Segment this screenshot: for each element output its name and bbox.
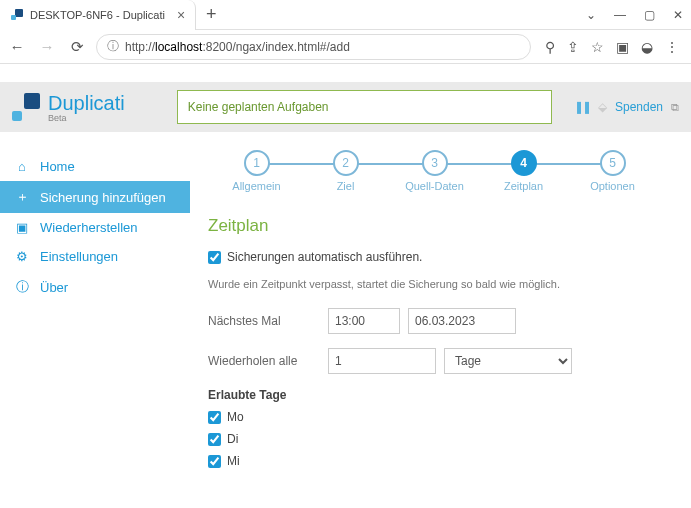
browser-titlebar: DESKTOP-6NF6 - Duplicati × + ⌄ — ▢ ✕: [0, 0, 691, 30]
app-header: Duplicati Beta Keine geplanten Aufgaben …: [0, 82, 691, 132]
step-schedule[interactable]: 4 Zeitplan: [479, 150, 568, 192]
external-link-icon[interactable]: ⧉: [671, 101, 679, 114]
step-label: Ziel: [337, 180, 355, 192]
step-source[interactable]: 3 Quell-Daten: [390, 150, 479, 192]
restore-icon: ▣: [14, 220, 30, 235]
wizard-stepper: 1 Allgemein 2 Ziel 3 Quell-Daten 4 Zeitp…: [208, 150, 661, 192]
repeat-value-input[interactable]: [328, 348, 436, 374]
day-mo[interactable]: Mo: [208, 410, 661, 424]
browser-toolbar: ← → ⟳ ⓘ http://localhost:8200/ngax/index…: [0, 30, 691, 64]
day-checkbox[interactable]: [208, 433, 221, 446]
home-icon: ⌂: [14, 159, 30, 174]
menu-icon[interactable]: ⋮: [665, 39, 679, 55]
gear-icon: ⚙: [14, 249, 30, 264]
new-tab-button[interactable]: +: [196, 4, 227, 25]
search-icon[interactable]: ⚲: [545, 39, 555, 55]
svg-rect-1: [11, 15, 16, 20]
status-message: Keine geplanten Aufgaben: [177, 90, 552, 124]
forward-button[interactable]: →: [36, 38, 58, 55]
url-text: http://localhost:8200/ngax/index.html#/a…: [125, 40, 520, 54]
auto-run-label: Sicherungen automatisch ausführen.: [227, 250, 422, 264]
extensions-icon[interactable]: ▣: [616, 39, 629, 55]
browser-tab[interactable]: DESKTOP-6NF6 - Duplicati ×: [0, 0, 196, 30]
sidebar-item-restore[interactable]: ▣ Wiederherstellen: [0, 213, 190, 242]
close-window-icon[interactable]: ✕: [673, 8, 683, 22]
day-checkbox[interactable]: [208, 455, 221, 468]
section-title: Zeitplan: [208, 216, 661, 236]
tab-title: DESKTOP-6NF6 - Duplicati: [30, 9, 165, 21]
minimize-icon[interactable]: —: [614, 8, 626, 22]
sidebar-item-settings[interactable]: ⚙ Einstellungen: [0, 242, 190, 271]
duplicati-favicon-icon: [10, 8, 24, 22]
sidebar-item-label: Home: [40, 159, 75, 174]
sidebar-item-label: Einstellungen: [40, 249, 118, 264]
bookmark-icon[interactable]: ☆: [591, 39, 604, 55]
sidebar-item-home[interactable]: ⌂ Home: [0, 152, 190, 181]
brand[interactable]: Duplicati Beta: [12, 92, 125, 123]
sidebar-item-label: Wiederherstellen: [40, 220, 138, 235]
brand-logo-icon: [12, 93, 40, 121]
sidebar-item-label: Sicherung hinzufügen: [40, 190, 166, 205]
plus-icon: ＋: [14, 188, 30, 206]
step-label: Quell-Daten: [405, 180, 464, 192]
step-label: Allgemein: [232, 180, 280, 192]
brand-name: Duplicati: [48, 92, 125, 115]
step-label: Optionen: [590, 180, 635, 192]
reload-button[interactable]: ⟳: [66, 38, 88, 56]
step-options[interactable]: 5 Optionen: [568, 150, 657, 192]
day-checkbox[interactable]: [208, 411, 221, 424]
sidebar-item-add-backup[interactable]: ＋ Sicherung hinzufügen: [0, 181, 190, 213]
sidebar-item-about[interactable]: ⓘ Über: [0, 271, 190, 303]
auto-run-checkbox[interactable]: [208, 251, 221, 264]
step-destination[interactable]: 2 Ziel: [301, 150, 390, 192]
window-controls: ⌄ — ▢ ✕: [586, 8, 691, 22]
sidebar: ⌂ Home ＋ Sicherung hinzufügen ▣ Wiederhe…: [0, 132, 190, 508]
close-tab-icon[interactable]: ×: [177, 7, 185, 23]
profile-icon[interactable]: ◒: [641, 39, 653, 55]
info-icon: ⓘ: [14, 278, 30, 296]
sidebar-item-label: Über: [40, 280, 68, 295]
site-info-icon[interactable]: ⓘ: [107, 38, 119, 55]
step-label: Zeitplan: [504, 180, 543, 192]
address-bar[interactable]: ⓘ http://localhost:8200/ngax/index.html#…: [96, 34, 531, 60]
next-time-input[interactable]: [328, 308, 400, 334]
missed-schedule-hint: Wurde ein Zeitpunkt verpasst, startet di…: [208, 278, 661, 290]
share-icon[interactable]: ⇪: [567, 39, 579, 55]
repeat-unit-select[interactable]: Tage: [444, 348, 572, 374]
pause-icon[interactable]: ❚❚: [574, 100, 590, 114]
day-di[interactable]: Di: [208, 432, 661, 446]
throttle-icon[interactable]: ⬙: [598, 100, 607, 114]
next-time-label: Nächstes Mal: [208, 314, 328, 328]
next-date-input[interactable]: [408, 308, 516, 334]
day-mi[interactable]: Mi: [208, 454, 661, 468]
step-general[interactable]: 1 Allgemein: [212, 150, 301, 192]
svg-rect-0: [15, 9, 23, 17]
donate-link[interactable]: Spenden: [615, 100, 663, 114]
allowed-days-title: Erlaubte Tage: [208, 388, 661, 402]
main-content: 1 Allgemein 2 Ziel 3 Quell-Daten 4 Zeitp…: [190, 132, 691, 508]
chevron-down-icon[interactable]: ⌄: [586, 8, 596, 22]
auto-run-checkbox-row[interactable]: Sicherungen automatisch ausführen.: [208, 250, 661, 264]
maximize-icon[interactable]: ▢: [644, 8, 655, 22]
back-button[interactable]: ←: [6, 38, 28, 55]
repeat-label: Wiederholen alle: [208, 354, 328, 368]
